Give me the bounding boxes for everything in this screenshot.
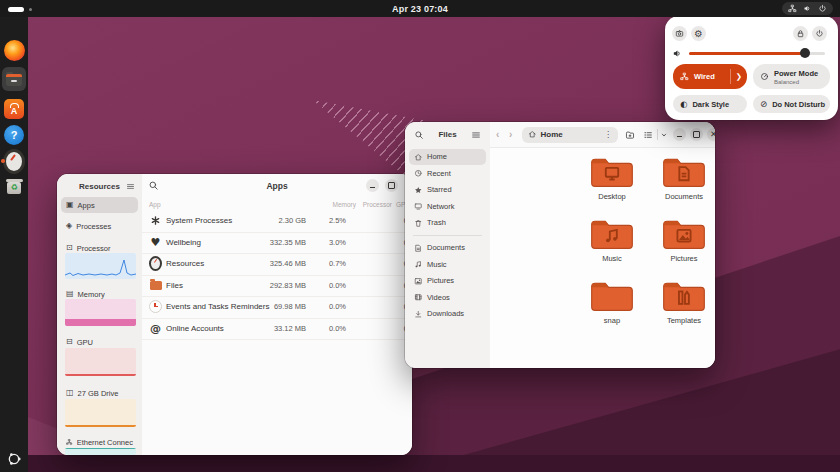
star-icon [414,186,423,195]
system-tray[interactable] [782,2,833,15]
sidebar-item-processes[interactable]: ◈ Processes [61,218,138,234]
sidebar-item-apps[interactable]: ▣ Apps [61,197,138,213]
folder-icon [662,154,706,190]
resources-window: Resources ▣ Apps ◈ Processes ⊡ Processor… [57,174,412,455]
ubuntu-logo-icon [6,451,22,467]
dock-show-apps-button[interactable] [3,448,25,470]
sidebar-item-recent[interactable]: Recent [409,166,486,182]
files-icon [6,74,22,86]
do-not-disturb-button[interactable]: ⊘ Do Not Disturb [753,95,830,113]
film-icon [414,293,423,302]
minimize-button[interactable] [673,128,686,141]
app-row[interactable]: ♥ Wellbeing 332.35 MB 3.0% 0. [142,232,412,255]
sidebar-item-downloads[interactable]: Downloads [409,306,486,322]
power-mode-button[interactable]: Power Mode Balanced [753,64,830,89]
gauge-icon [149,256,162,271]
folder-item-templates[interactable]: Templates [652,278,715,325]
running-indicator [1,159,5,163]
view-options-caret[interactable] [659,130,669,140]
app-row[interactable]: System Processes 2.30 GB 2.5% 0. [142,210,412,233]
dock-item-trash[interactable]: ♻ [3,177,25,199]
folder-icon [590,216,634,252]
folder-icon [590,154,634,190]
app-row[interactable]: Events and Tasks Reminders 69.98 MB 0.0%… [142,296,412,319]
app-row[interactable]: Files 292.83 MB 0.0% 0. [142,275,412,298]
folder-icon [662,216,706,252]
sidebar-separator [413,235,482,236]
document-icon [414,244,423,253]
dock-item-app-center[interactable]: A [3,98,25,120]
apps-window-icon: ▣ [66,201,74,209]
help-icon: ? [4,125,24,145]
clock-icon [149,300,162,313]
memory-icon: ▤ [66,290,74,298]
dock-item-resources[interactable] [3,150,25,172]
menu-icon[interactable] [126,182,135,191]
sidebar-item-documents[interactable]: Documents [409,240,486,256]
contrast-icon: ◐ [680,100,687,109]
network-icon [414,202,423,211]
trash-icon [414,219,423,228]
column-header-app[interactable]: App [149,201,161,208]
dock-item-firefox[interactable] [3,39,25,61]
cpu-icon: ⊡ [66,244,73,252]
back-button[interactable]: ‹ [496,129,499,140]
files-sidebar: Files Home Recent Starred Network Trash … [405,122,491,368]
maximize-button[interactable] [385,179,398,192]
dock-item-files[interactable] [3,68,25,90]
lock-button[interactable] [793,26,808,41]
new-folder-button[interactable] [625,130,635,140]
gpu-icon: ⊟ [66,338,73,346]
home-icon [414,153,423,162]
view-toggle-button[interactable] [643,130,653,140]
wired-toggle-button[interactable]: Wired ❯ [673,64,747,89]
sidebar-item-network[interactable]: Network [409,199,486,215]
maximize-button[interactable] [690,128,703,141]
menu-icon[interactable] [471,130,481,140]
ethernet-icon [66,438,73,446]
dock-item-help[interactable]: ? [3,124,25,146]
screenshot-button[interactable] [672,26,687,41]
at-icon: @ [150,323,161,334]
chevron-right-icon[interactable]: ❯ [731,73,747,81]
firefox-icon [4,40,25,61]
music-icon [414,260,423,269]
minimize-button[interactable] [366,179,379,192]
sidebar-item-videos[interactable]: Videos [409,290,486,306]
sidebar-item-music[interactable]: Music [409,257,486,273]
resources-gauge-icon [3,149,25,174]
sidebar-item-home[interactable]: Home [409,149,486,165]
column-header-processor[interactable]: Processor [360,201,392,208]
files-headerbar: ‹ › Home ⋮ ✕ [490,122,715,148]
memory-graph [65,299,136,326]
folder-item-pictures[interactable]: Pictures [652,216,715,263]
folder-item-desktop[interactable]: Desktop [580,154,644,201]
path-bar[interactable]: Home ⋮ [522,127,618,143]
files-window: Files Home Recent Starred Network Trash … [405,122,715,368]
clock[interactable]: Apr 23 07:04 [0,0,840,17]
drive-graph [65,399,136,427]
app-row[interactable]: @ Online Accounts 33.12 MB 0.0% 0. [142,318,412,341]
camera-icon [675,29,684,38]
folder-icon [590,278,634,314]
sidebar-item-trash[interactable]: Trash [409,215,486,231]
sidebar-item-starred[interactable]: Starred [409,182,486,198]
folder-item-music[interactable]: Music [580,216,644,263]
volume-slider-knob[interactable] [800,48,810,58]
power-button[interactable] [812,26,827,41]
folder-item-documents[interactable]: Documents [652,154,715,201]
settings-button[interactable]: ⚙ [691,26,706,41]
download-icon [414,310,423,319]
column-header-memory[interactable]: Memory [332,201,356,208]
app-row[interactable]: Resources 325.46 MB 0.7% 0. [142,253,412,276]
ethernet-graph [65,448,136,455]
dark-style-button[interactable]: ◐ Dark Style [673,95,747,113]
close-button[interactable]: ✕ [707,128,715,141]
forward-button[interactable]: › [509,129,512,140]
home-icon [528,130,537,139]
folder-item-snap[interactable]: snap [580,278,644,325]
activities-indicator[interactable] [8,7,24,12]
kebab-menu-icon[interactable]: ⋮ [604,131,612,139]
sidebar-item-pictures[interactable]: Pictures [409,273,486,289]
gpu-graph [65,348,136,376]
